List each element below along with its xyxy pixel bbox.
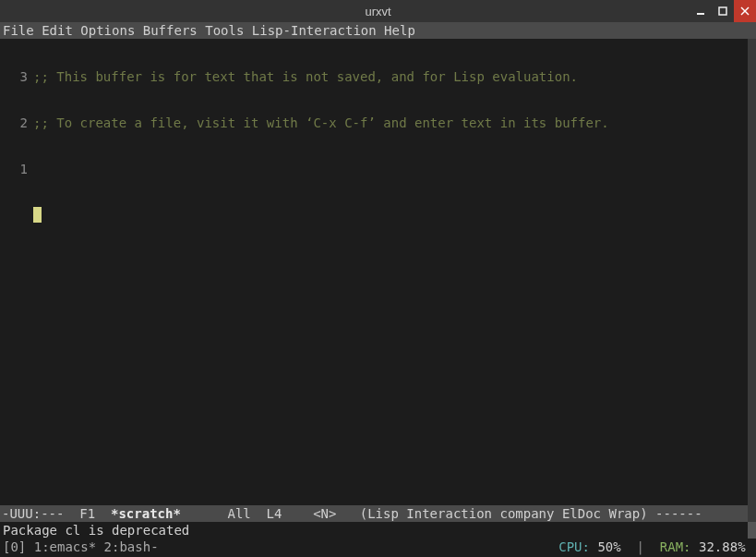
line-number: 1 xyxy=(0,161,33,177)
cursor-line xyxy=(0,207,756,224)
modeline-left: -UUU:--- F1 xyxy=(2,506,111,521)
tmux-statusbar: [0] 1:emacs* 2:bash- CPU: 50% | RAM: 32.… xyxy=(0,539,756,555)
line-text: ;; To create a file, visit it with ‘C-x … xyxy=(33,115,609,131)
editor-line: 3 ;; This buffer is for text that is not… xyxy=(0,68,756,85)
line-text: ;; This buffer is for text that is not s… xyxy=(33,68,578,85)
minimize-button[interactable] xyxy=(690,0,712,22)
tmux-status-right: CPU: 50% | RAM: 32.88% xyxy=(558,539,753,555)
editor-area[interactable]: 3 ;; This buffer is for text that is not… xyxy=(0,39,756,505)
emacs-menubar: File Edit Options Buffers Tools Lisp-Int… xyxy=(0,22,756,39)
line-number: 2 xyxy=(0,115,33,131)
separator: | xyxy=(621,539,653,554)
menu-edit[interactable]: Edit xyxy=(42,23,73,38)
modeline-rest: All L4 <N> (Lisp Interaction company ElD… xyxy=(181,506,702,521)
ram-label: RAM: xyxy=(652,539,699,554)
editor-line: 1 xyxy=(0,161,756,177)
editor-scrollbar[interactable] xyxy=(748,39,756,522)
tmux-windows[interactable]: [0] 1:emacs* 2:bash- xyxy=(3,539,159,555)
cpu-label: CPU: xyxy=(558,539,597,554)
close-button[interactable] xyxy=(734,0,756,22)
text-cursor xyxy=(33,207,42,223)
emacs-minibuffer[interactable]: Package cl is deprecated xyxy=(0,522,756,539)
editor-line: 2 ;; To create a file, visit it with ‘C-… xyxy=(0,115,756,131)
line-number: 3 xyxy=(0,68,33,85)
modeline-buffer-name: *scratch* xyxy=(111,506,181,521)
menu-options[interactable]: Options xyxy=(80,23,135,38)
window-titlebar: urxvt xyxy=(0,0,756,22)
menu-help[interactable]: Help xyxy=(384,23,415,38)
maximize-button[interactable] xyxy=(712,0,734,22)
window-controls xyxy=(690,0,756,22)
menu-file[interactable]: File xyxy=(3,23,34,38)
menu-buffers[interactable]: Buffers xyxy=(143,23,198,38)
svg-rect-1 xyxy=(719,7,726,15)
minibuffer-scrollbar[interactable] xyxy=(748,522,756,539)
menu-tools[interactable]: Tools xyxy=(205,23,244,38)
emacs-modeline[interactable]: -UUU:--- F1 *scratch* All L4 <N> (Lisp I… xyxy=(0,505,756,522)
ram-value: 32.88% xyxy=(699,539,746,554)
window-title: urxvt xyxy=(365,5,390,18)
cpu-value: 50% xyxy=(597,539,620,554)
menu-lisp-interaction[interactable]: Lisp-Interaction xyxy=(252,23,377,38)
minibuffer-text: Package cl is deprecated xyxy=(3,523,189,538)
svg-rect-0 xyxy=(697,13,704,15)
